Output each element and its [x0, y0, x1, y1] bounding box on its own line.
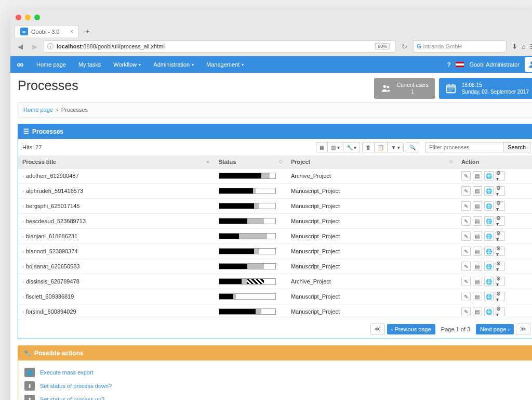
process-title[interactable]: adolherr_612900487	[26, 173, 79, 179]
edit-icon[interactable]: ✎	[461, 292, 471, 301]
zoom-badge[interactable]: 90%	[375, 43, 390, 49]
gear-icon[interactable]: ⚙ ▾	[496, 307, 505, 316]
home-icon[interactable]: ⌂	[522, 43, 526, 50]
edit-icon[interactable]: ✎	[461, 201, 471, 211]
edit-icon[interactable]: ✎	[461, 231, 471, 241]
process-title[interactable]: bianjani_618686231	[26, 233, 77, 239]
view-grid-button[interactable]: ▦	[316, 142, 327, 152]
gear-icon[interactable]: ⚙ ▾	[496, 216, 505, 226]
nav-home[interactable]: Home page	[30, 56, 72, 73]
expand-icon[interactable]: ›	[22, 204, 24, 209]
globe-icon[interactable]: 🌐	[484, 262, 494, 271]
expand-icon[interactable]: ›	[22, 264, 24, 269]
globe-icon[interactable]: 🌐	[484, 231, 494, 241]
pager-prev[interactable]: ‹ Previous page	[387, 324, 435, 334]
action-link[interactable]: Set status of process down?	[40, 383, 112, 389]
globe-icon[interactable]: 🌐	[484, 186, 494, 196]
col-status[interactable]: Status	[219, 159, 236, 165]
gear-icon[interactable]: ⚙ ▾	[496, 186, 505, 196]
globe-icon[interactable]: 🌐	[484, 201, 494, 211]
tab-add-button[interactable]: +	[82, 27, 92, 35]
gear-icon[interactable]: ⚙ ▾	[496, 201, 505, 211]
globe-icon[interactable]: 🌐	[484, 171, 494, 180]
process-title[interactable]: alphrudeh_591416573	[26, 188, 83, 194]
nav-workflow[interactable]: Workflow▾	[107, 56, 147, 73]
col-project[interactable]: Project	[291, 159, 310, 165]
lang-flag-icon[interactable]	[456, 62, 464, 67]
book-icon[interactable]: ▤	[473, 201, 482, 211]
help-icon[interactable]: ?	[447, 61, 451, 68]
tab-close-icon[interactable]: ×	[70, 28, 73, 35]
window-maximize-icon[interactable]	[34, 15, 40, 20]
globe-icon[interactable]: 🌐	[484, 216, 494, 226]
gear-icon[interactable]: ⚙ ▾	[496, 277, 505, 286]
process-title[interactable]: fisclett_609336819	[26, 293, 74, 300]
globe-icon[interactable]: 🌐	[484, 307, 494, 316]
back-button[interactable]: ◀	[15, 41, 26, 52]
edit-icon[interactable]: ✎	[461, 247, 471, 256]
nav-my-tasks[interactable]: My tasks	[72, 56, 107, 73]
search-button[interactable]: Search	[503, 142, 530, 152]
expand-icon[interactable]: ›	[22, 279, 24, 285]
columns-button[interactable]: ▥ ▾	[327, 142, 343, 152]
process-title[interactable]: forsindi_600894029	[26, 308, 76, 315]
nav-administration[interactable]: Administration▾	[147, 56, 200, 73]
globe-icon[interactable]: 🌐	[484, 247, 494, 256]
gear-icon[interactable]: ⚙ ▾	[496, 171, 505, 180]
book-icon[interactable]: ▤	[473, 277, 482, 286]
book-icon[interactable]: ▤	[473, 307, 482, 316]
edit-icon[interactable]: ✎	[461, 216, 471, 226]
action-link[interactable]: Set status of process up?	[40, 396, 104, 400]
col-title[interactable]: Process title	[22, 159, 56, 165]
pager-next[interactable]: Next page ›	[476, 324, 514, 334]
forward-button[interactable]: ▶	[29, 41, 41, 52]
process-title[interactable]: dissinsis_626789478	[26, 278, 79, 285]
user-icon[interactable]	[525, 57, 532, 72]
edit-icon[interactable]: ✎	[461, 171, 471, 180]
info-icon[interactable]: i	[47, 43, 54, 49]
filter-button[interactable]: ▼ ▾	[387, 142, 404, 152]
book-icon[interactable]: ▤	[473, 216, 482, 226]
expand-icon[interactable]: ›	[22, 174, 24, 179]
window-close-icon[interactable]	[16, 15, 21, 20]
edit-icon[interactable]: ✎	[461, 277, 471, 286]
username[interactable]: Goobi Administrator	[469, 61, 520, 68]
copy-button[interactable]: 📋	[374, 142, 387, 152]
gear-icon[interactable]: ⚙ ▾	[496, 292, 505, 301]
reload-button[interactable]: ↻	[398, 41, 410, 52]
search-icon-button[interactable]: 🔍	[406, 142, 419, 152]
edit-icon[interactable]: ✎	[461, 307, 471, 316]
gear-icon[interactable]: ⚙ ▾	[496, 262, 505, 271]
gear-icon[interactable]: ⚙ ▾	[496, 231, 505, 241]
gear-icon[interactable]: ⚙ ▾	[496, 247, 505, 256]
process-title[interactable]: bojaanat_620650583	[26, 263, 79, 269]
download-icon[interactable]: ⬇	[512, 43, 517, 50]
book-icon[interactable]: ▤	[473, 171, 482, 180]
book-icon[interactable]: ▤	[473, 262, 482, 271]
expand-icon[interactable]: ›	[22, 294, 24, 300]
browser-tab[interactable]: ∞ Goobi - 3.0 ×	[15, 25, 79, 37]
book-icon[interactable]: ▤	[473, 247, 482, 256]
delete-button[interactable]: 🗑	[362, 142, 374, 152]
action-link[interactable]: Execute mass export	[40, 369, 94, 376]
globe-icon[interactable]: 🌐	[484, 292, 494, 301]
menu-icon[interactable]: ☰	[530, 43, 532, 50]
book-icon[interactable]: ▤	[473, 231, 482, 241]
expand-icon[interactable]: ›	[22, 189, 24, 194]
process-title[interactable]: bergsphi_625017145	[26, 203, 79, 209]
edit-icon[interactable]: ✎	[461, 262, 471, 271]
process-title[interactable]: biannoti_523090374	[26, 248, 78, 254]
pager-first[interactable]: ≪	[370, 324, 385, 334]
filter-input[interactable]	[425, 142, 503, 152]
globe-icon[interactable]: 🌐	[484, 277, 494, 286]
nav-management[interactable]: Management▾	[200, 56, 250, 73]
tools-button[interactable]: 🔧 ▾	[343, 142, 361, 152]
edit-icon[interactable]: ✎	[461, 186, 471, 196]
expand-icon[interactable]: ›	[22, 309, 24, 315]
expand-icon[interactable]: ›	[22, 219, 24, 224]
book-icon[interactable]: ▤	[473, 186, 482, 196]
breadcrumb-home[interactable]: Home page	[23, 107, 53, 113]
book-icon[interactable]: ▤	[473, 292, 482, 301]
expand-icon[interactable]: ›	[22, 234, 24, 239]
browser-search[interactable]: G intranda GmbH	[413, 40, 507, 53]
